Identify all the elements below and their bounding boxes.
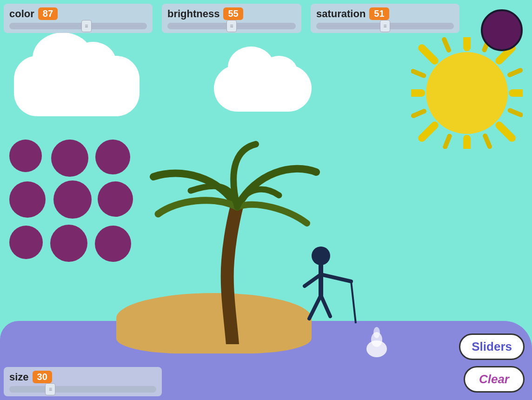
- saturation-thumb[interactable]: [380, 20, 390, 32]
- color-preview-circle: [481, 9, 523, 51]
- stick-figure: [300, 244, 360, 328]
- canvas-area[interactable]: [0, 0, 532, 400]
- svg-line-22: [309, 295, 321, 319]
- svg-rect-12: [442, 133, 452, 149]
- svg-rect-11: [482, 133, 493, 149]
- saturation-label: saturation: [316, 8, 366, 20]
- svg-rect-14: [411, 68, 427, 79]
- svg-rect-15: [441, 37, 452, 53]
- size-thumb[interactable]: [45, 383, 55, 395]
- svg-point-16: [426, 52, 508, 134]
- svg-rect-0: [463, 37, 471, 51]
- clear-button[interactable]: Clear: [464, 366, 525, 393]
- svg-point-26: [373, 327, 380, 338]
- svg-rect-13: [411, 108, 427, 119]
- size-value: 30: [33, 371, 52, 383]
- color-track[interactable]: [9, 23, 147, 29]
- sliders-button[interactable]: Sliders: [459, 333, 525, 360]
- size-label: size: [9, 371, 29, 383]
- saturation-value: 51: [369, 7, 389, 20]
- brightness-slider-panel: brightness 55: [162, 4, 301, 33]
- color-label: color: [9, 8, 34, 20]
- color-value: 87: [38, 7, 58, 20]
- brightness-label: brightness: [167, 8, 219, 20]
- svg-rect-9: [506, 67, 523, 78]
- svg-line-21: [351, 281, 356, 323]
- saturation-slider-panel: saturation 51: [311, 4, 459, 33]
- palm-tree: [144, 140, 321, 344]
- color-slider-panel: color 87: [4, 4, 153, 33]
- brightness-track[interactable]: [167, 23, 296, 29]
- brightness-value: 55: [223, 7, 243, 20]
- svg-rect-6: [411, 89, 425, 97]
- size-track[interactable]: [9, 386, 156, 393]
- svg-line-23: [321, 295, 330, 316]
- size-slider-panel: size 30: [4, 367, 162, 396]
- fishing-splash: [363, 321, 391, 358]
- svg-rect-4: [463, 135, 471, 149]
- saturation-track[interactable]: [316, 23, 454, 29]
- cloud-2: [214, 65, 312, 112]
- svg-rect-7: [417, 43, 440, 66]
- svg-rect-3: [494, 120, 517, 143]
- svg-point-17: [312, 247, 330, 265]
- svg-rect-5: [417, 120, 440, 143]
- svg-rect-10: [507, 107, 523, 118]
- sun-drawing: [411, 37, 523, 149]
- color-thumb[interactable]: [81, 20, 92, 32]
- brightness-thumb[interactable]: [226, 20, 237, 32]
- svg-line-19: [305, 274, 321, 286]
- cloud-1: [14, 56, 140, 116]
- svg-line-20: [321, 274, 351, 281]
- svg-rect-2: [509, 89, 523, 97]
